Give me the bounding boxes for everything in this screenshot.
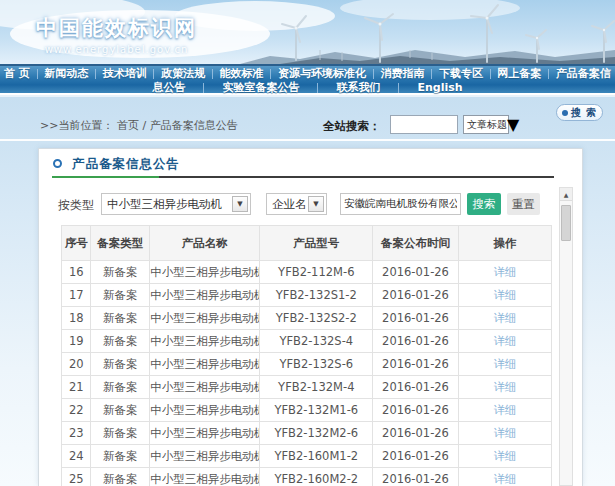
nav-row-1: 首 页新闻动态技术培训政策法规能效标准资源与环境标准化消费指南下载专区网上备案产…	[0, 66, 615, 81]
cell-publish-date: 2016-01-26	[373, 422, 459, 445]
nav-item[interactable]: 网上备案	[497, 66, 541, 81]
table-row: 23 新备案 中小型三相异步电动机 YFB2-132M2-6 2016-01-2…	[62, 422, 552, 445]
table-row: 17 新备案 中小型三相异步电动机 YFB2-132S1-2 2016-01-2…	[62, 284, 552, 307]
cell-publish-date: 2016-01-26	[373, 261, 459, 284]
table-row: 22 新备案 中小型三相异步电动机 YFB2-132M1-6 2016-01-2…	[62, 399, 552, 422]
cell-publish-date: 2016-01-26	[373, 468, 459, 486]
table-row: 16 新备案 中小型三相异步电动机 YFB2-112M-6 2016-01-26…	[62, 261, 552, 284]
detail-link[interactable]: 详细	[493, 288, 516, 302]
nav-item[interactable]: 下载专区	[439, 66, 483, 81]
nav-item[interactable]: 能效标准	[220, 66, 264, 81]
cell-product-name: 中小型三相异步电动机	[150, 422, 260, 445]
cell-product-name: 中小型三相异步电动机	[150, 353, 260, 376]
circle-bullet-icon	[53, 159, 62, 168]
section-underline	[52, 176, 554, 178]
cell-no: 20	[62, 353, 91, 376]
breadcrumb-current: 产品备案信息公告	[150, 119, 238, 132]
search-field-select[interactable]: 企业名称 ▼	[266, 193, 327, 215]
chevron-down-icon[interactable]: ▼	[232, 196, 248, 212]
nav-item[interactable]: English	[417, 81, 462, 94]
cell-record-type: 新备案	[91, 445, 150, 468]
nav-item[interactable]: 技术培训	[103, 66, 147, 81]
page: 中国能效标识网 www.energylabel.gov.cn 首 页新闻动态技术…	[0, 0, 615, 486]
column-header: 产品型号	[260, 226, 373, 261]
nav-item[interactable]: 消费指南	[380, 66, 424, 81]
detail-link[interactable]: 详细	[493, 334, 516, 348]
main-nav: 首 页新闻动态技术培训政策法规能效标准资源与环境标准化消费指南下载专区网上备案产…	[0, 64, 615, 95]
scrollbar-thumb[interactable]	[561, 205, 571, 241]
nav-item[interactable]: 资源与环境标准化	[278, 66, 366, 81]
cell-product-name: 中小型三相异步电动机	[150, 399, 260, 422]
cell-no: 18	[62, 307, 91, 330]
cell-operation: 详细	[458, 307, 551, 330]
site-search-category-value: 文章标题	[464, 118, 507, 132]
nav-item[interactable]: 首 页	[4, 66, 30, 81]
cell-no: 25	[62, 468, 91, 486]
cell-product-model: YFB2-132S2-2	[260, 307, 373, 330]
cell-publish-date: 2016-01-26	[373, 307, 459, 330]
detail-link[interactable]: 详细	[493, 403, 516, 417]
chevron-down-icon[interactable]: ▼	[507, 115, 519, 134]
product-type-select[interactable]: 中小型三相异步电动机 ▼	[101, 193, 251, 215]
cell-record-type: 新备案	[91, 284, 150, 307]
cell-operation: 详细	[458, 284, 551, 307]
cell-product-name: 中小型三相异步电动机	[150, 261, 260, 284]
detail-link[interactable]: 详细	[493, 380, 516, 394]
nav-separator	[270, 69, 271, 79]
nav-separator	[95, 69, 96, 79]
filter-reset-button[interactable]: 重置	[507, 193, 540, 215]
nav-item[interactable]: 政策法规	[161, 66, 205, 81]
nav-item[interactable]: 息公告	[152, 80, 185, 95]
site-header: 中国能效标识网 www.energylabel.gov.cn	[0, 0, 615, 64]
nav-item[interactable]: 新闻动态	[44, 66, 88, 81]
cell-product-model: YFB2-132M-4	[260, 376, 373, 399]
scrollbar-up-icon[interactable]: ▲	[560, 188, 572, 201]
breadcrumb-bar: >>当前位置： 首页 / 产品备案信息公告 全站搜索： 文章标题 ▼	[0, 97, 615, 141]
cell-operation: 详细	[458, 468, 551, 486]
cell-product-model: YFB2-160M1-2	[260, 445, 373, 468]
cell-no: 21	[62, 376, 91, 399]
table-row: 25 新备案 中小型三相异步电动机 YFB2-160M2-2 2016-01-2…	[62, 468, 552, 486]
cell-product-name: 中小型三相异步电动机	[150, 284, 260, 307]
site-search-input[interactable]	[390, 115, 458, 134]
detail-link[interactable]: 详细	[493, 426, 516, 440]
cell-product-name: 中小型三相异步电动机	[150, 468, 260, 486]
table-row: 19 新备案 中小型三相异步电动机 YFB2-132S-4 2016-01-26…	[62, 330, 552, 353]
chevron-down-icon[interactable]: ▼	[308, 196, 324, 212]
nav-item[interactable]: 产品备案信	[556, 66, 611, 81]
breadcrumb-prefix: >>当前位置：	[40, 119, 113, 132]
breadcrumb: >>当前位置： 首页 / 产品备案信息公告	[40, 118, 238, 133]
table-row: 21 新备案 中小型三相异步电动机 YFB2-132M-4 2016-01-26…	[62, 376, 552, 399]
column-header: 产品名称	[150, 226, 260, 261]
content-scrollbar[interactable]: ▲	[559, 187, 573, 486]
detail-link[interactable]: 详细	[493, 449, 516, 463]
site-search-category-select[interactable]: 文章标题 ▼	[463, 115, 509, 134]
cell-operation: 详细	[458, 353, 551, 376]
cell-no: 23	[62, 422, 91, 445]
detail-link[interactable]: 详细	[493, 311, 516, 325]
cell-record-type: 新备案	[91, 422, 150, 445]
cell-product-name: 中小型三相异步电动机	[150, 330, 260, 353]
detail-link[interactable]: 详细	[493, 357, 516, 371]
cell-publish-date: 2016-01-26	[373, 376, 459, 399]
site-url: www.energylabel.gov.cn	[36, 44, 197, 55]
filter-search-button[interactable]: 搜索	[467, 193, 501, 215]
nav-separator	[398, 83, 399, 93]
cell-no: 24	[62, 445, 91, 468]
column-header: 备案公布时间	[373, 226, 459, 261]
table-header-row: 序号备案类型产品名称产品型号备案公布时间操作	[62, 226, 552, 261]
cell-product-model: YFB2-132M2-6	[260, 422, 373, 445]
cell-product-model: YFB2-132S1-2	[260, 284, 373, 307]
column-header: 备案类型	[91, 226, 150, 261]
site-search-button[interactable]: 搜 索	[556, 104, 603, 121]
nav-separator	[212, 69, 213, 79]
cell-record-type: 新备案	[91, 330, 150, 353]
cell-publish-date: 2016-01-26	[373, 330, 459, 353]
detail-link[interactable]: 详细	[493, 472, 516, 486]
breadcrumb-home-link[interactable]: 首页	[117, 119, 139, 132]
company-keyword-input[interactable]	[340, 193, 461, 215]
nav-item[interactable]: 实验室备案公告	[222, 80, 299, 95]
site-logo[interactable]: 中国能效标识网 www.energylabel.gov.cn	[36, 14, 197, 55]
detail-link[interactable]: 详细	[493, 265, 516, 279]
nav-item[interactable]: 联系我们	[336, 80, 380, 95]
